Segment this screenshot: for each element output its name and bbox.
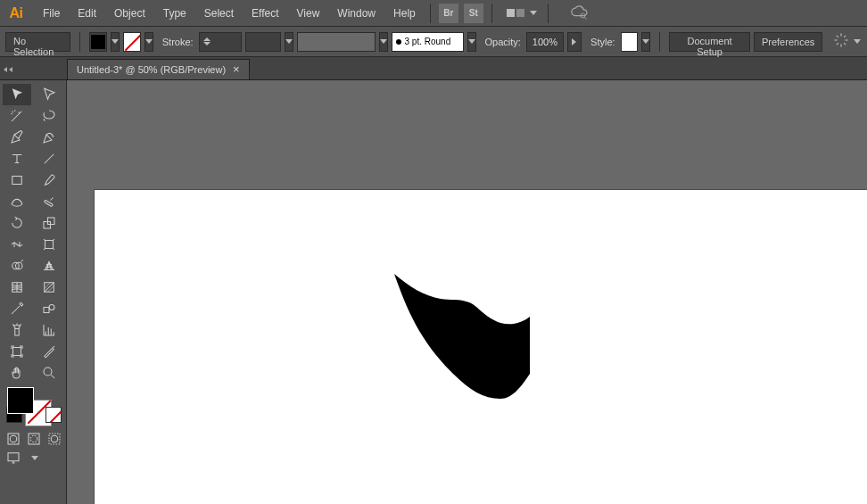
type-tool[interactable] bbox=[3, 148, 31, 169]
brush-select[interactable]: 3 pt. Round bbox=[392, 32, 464, 52]
selection-tool[interactable] bbox=[3, 84, 31, 105]
symbol-sprayer-tool[interactable] bbox=[3, 319, 31, 341]
draw-normal[interactable] bbox=[4, 430, 21, 448]
vector-shape[interactable] bbox=[389, 274, 549, 417]
style-label: Style: bbox=[585, 37, 617, 47]
align-dropdown[interactable] bbox=[853, 32, 862, 52]
mesh-tool[interactable] bbox=[3, 277, 31, 298]
rotate-tool[interactable] bbox=[3, 212, 31, 234]
lasso-tool[interactable] bbox=[35, 105, 63, 127]
bridge-icon[interactable]: Br bbox=[439, 4, 458, 23]
column-graph-tool[interactable] bbox=[35, 319, 63, 341]
options-bar: No Selection Stroke: 3 pt. Round Opacity… bbox=[0, 27, 867, 57]
menu-edit[interactable]: Edit bbox=[69, 2, 105, 25]
svg-point-15 bbox=[10, 435, 17, 442]
curvature-tool[interactable] bbox=[35, 127, 63, 148]
search-adobe-stock-icon[interactable] bbox=[570, 4, 590, 23]
var-width-dropdown[interactable] bbox=[285, 32, 293, 52]
screen-mode-button[interactable] bbox=[4, 449, 22, 467]
menu-file[interactable]: File bbox=[34, 2, 69, 25]
svg-rect-21 bbox=[8, 453, 19, 461]
shape-builder-tool[interactable] bbox=[3, 255, 31, 277]
workspace-switcher[interactable] bbox=[507, 9, 537, 17]
artboard-tool[interactable] bbox=[3, 341, 31, 362]
scale-tool[interactable] bbox=[35, 212, 63, 234]
app-logo-text: Ai bbox=[10, 5, 23, 21]
divider bbox=[548, 4, 549, 23]
menu-view[interactable]: View bbox=[288, 2, 329, 25]
menubar: Ai File Edit Object Type Select Effect V… bbox=[0, 0, 867, 27]
svg-line-1 bbox=[584, 17, 587, 19]
fill-swatch[interactable] bbox=[89, 32, 107, 52]
stroke-label: Stroke: bbox=[157, 37, 195, 47]
divider bbox=[430, 4, 431, 23]
color-mode-none[interactable] bbox=[45, 407, 62, 423]
svg-point-18 bbox=[30, 435, 37, 442]
free-transform-tool[interactable] bbox=[35, 234, 63, 255]
menu-select[interactable]: Select bbox=[195, 2, 243, 25]
draw-inside[interactable] bbox=[46, 430, 63, 448]
artboard[interactable] bbox=[94, 189, 867, 504]
svg-rect-10 bbox=[44, 308, 49, 313]
var-width-profile[interactable] bbox=[245, 32, 280, 52]
document-setup-button[interactable]: Document Setup bbox=[669, 32, 750, 52]
document-tab[interactable]: Untitled-3* @ 50% (RGB/Preview) × bbox=[67, 59, 250, 79]
workspace bbox=[0, 80, 867, 504]
document-tab-title: Untitled-3* @ 50% (RGB/Preview) bbox=[77, 64, 226, 75]
align-popup-icon[interactable] bbox=[833, 32, 849, 51]
menu-window[interactable]: Window bbox=[328, 2, 384, 25]
menu-help[interactable]: Help bbox=[384, 2, 425, 25]
perspective-grid-tool[interactable] bbox=[35, 255, 63, 277]
preferences-button[interactable]: Preferences bbox=[754, 32, 822, 52]
canvas-area[interactable] bbox=[67, 80, 867, 504]
shaper-tool[interactable] bbox=[3, 191, 31, 212]
opacity-popup[interactable] bbox=[567, 32, 582, 52]
eyedropper-tool[interactable] bbox=[3, 298, 31, 319]
stroke-weight-input[interactable] bbox=[199, 32, 243, 52]
tools-collapse-handle[interactable] bbox=[0, 58, 16, 80]
direct-selection-tool[interactable] bbox=[35, 84, 63, 105]
pen-tool[interactable] bbox=[3, 127, 31, 148]
svg-rect-5 bbox=[45, 241, 54, 249]
no-selection-label: No Selection bbox=[5, 32, 70, 52]
tools-panel bbox=[0, 80, 67, 504]
fill-color-indicator[interactable] bbox=[7, 387, 34, 414]
hand-tool[interactable] bbox=[3, 362, 31, 384]
zoom-tool[interactable] bbox=[35, 362, 63, 384]
style-swatch[interactable] bbox=[621, 32, 639, 52]
menu-type[interactable]: Type bbox=[154, 2, 195, 25]
brush-select-dropdown[interactable] bbox=[467, 32, 476, 52]
opacity-input[interactable] bbox=[526, 32, 564, 52]
tab-close-button[interactable]: × bbox=[233, 66, 240, 73]
gradient-tool[interactable] bbox=[35, 277, 63, 298]
divider bbox=[659, 32, 660, 52]
brush-definition-dropdown[interactable] bbox=[379, 32, 388, 52]
svg-point-11 bbox=[49, 305, 54, 310]
stroke-swatch[interactable] bbox=[123, 32, 141, 52]
slice-tool[interactable] bbox=[35, 341, 63, 362]
svg-rect-3 bbox=[44, 222, 51, 229]
svg-rect-4 bbox=[48, 218, 55, 225]
svg-point-20 bbox=[52, 435, 59, 442]
svg-rect-12 bbox=[15, 329, 20, 336]
menu-object[interactable]: Object bbox=[105, 2, 154, 25]
magic-wand-tool[interactable] bbox=[3, 105, 31, 127]
stock-icon[interactable]: St bbox=[464, 4, 483, 23]
style-dropdown[interactable] bbox=[641, 32, 650, 52]
stroke-dropdown[interactable] bbox=[144, 32, 153, 52]
brush-label: 3 pt. Round bbox=[405, 37, 451, 46]
menu-effect[interactable]: Effect bbox=[243, 2, 287, 25]
draw-behind[interactable] bbox=[25, 430, 42, 448]
svg-point-14 bbox=[44, 368, 52, 376]
screen-mode-dropdown[interactable] bbox=[26, 456, 38, 460]
eraser-tool[interactable] bbox=[35, 191, 63, 212]
fill-dropdown[interactable] bbox=[111, 32, 120, 52]
width-tool[interactable] bbox=[3, 234, 31, 255]
line-tool[interactable] bbox=[35, 148, 63, 169]
blend-tool[interactable] bbox=[35, 298, 63, 319]
app-logo[interactable]: Ai bbox=[4, 1, 29, 26]
divider bbox=[79, 32, 80, 52]
brush-definition-preview[interactable] bbox=[297, 32, 376, 52]
rectangle-tool[interactable] bbox=[3, 169, 31, 191]
paintbrush-tool[interactable] bbox=[35, 169, 63, 191]
